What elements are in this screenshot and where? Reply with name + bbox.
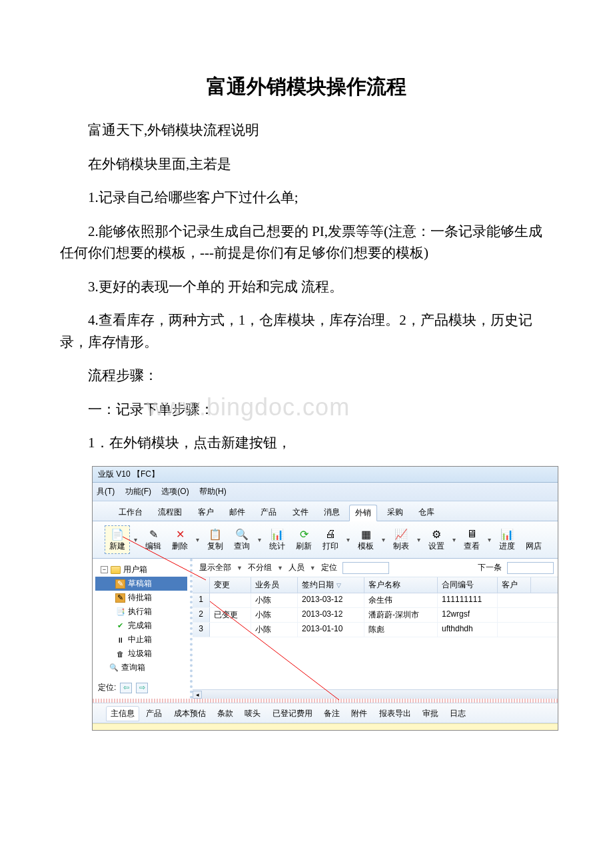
report-icon: 📈: [394, 527, 408, 541]
tree-item-complete[interactable]: ✔完成箱: [95, 619, 187, 633]
tree-root-userbox[interactable]: − 用户箱: [95, 563, 187, 577]
tree-item-label: 垃圾箱: [128, 648, 152, 659]
scroll-left-button[interactable]: ◂: [193, 691, 202, 699]
horizontal-scrollbar[interactable]: ◂: [193, 689, 558, 699]
cell-contractno: 111111111: [438, 593, 498, 607]
detail-tab-log[interactable]: 日志: [445, 706, 470, 721]
tab-warehouse[interactable]: 仓库: [412, 504, 440, 521]
tree-item-execute[interactable]: 📑执行箱: [95, 605, 187, 619]
refresh-button-label: 刷新: [296, 541, 312, 552]
refresh-button[interactable]: ⟳刷新: [292, 526, 316, 553]
detail-tab-fees[interactable]: 已登记费用: [268, 706, 317, 721]
template-icon: ▦: [359, 527, 372, 541]
dropdown-icon[interactable]: ▾: [195, 536, 201, 543]
new-button-label: 新建: [109, 541, 125, 552]
tree-item-pending[interactable]: ✎待批箱: [95, 591, 187, 605]
grid-header-client[interactable]: 客户: [498, 577, 531, 593]
refresh-icon: ⟳: [297, 527, 310, 541]
delete-icon: ✕: [173, 527, 187, 541]
table-row[interactable]: 2 已变更 小陈 2013-03-12 潘蔚蔚-深圳市 12wrgsf: [193, 608, 558, 623]
detail-tab-approve[interactable]: 审批: [418, 706, 443, 721]
tab-flowchart[interactable]: 流程图: [152, 504, 188, 521]
tab-workbench[interactable]: 工作台: [113, 504, 149, 521]
dropdown-icon[interactable]: ▾: [416, 536, 422, 543]
dropdown-icon[interactable]: ▼: [277, 565, 283, 571]
point-2: 2.能够依照那个记录生成自己想要的 PI,发票等等(注意：一条记录能够生成任何你…: [60, 221, 553, 264]
grid-header-change[interactable]: 变更: [210, 577, 251, 593]
tab-product[interactable]: 产品: [255, 504, 283, 521]
dropdown-icon[interactable]: ▾: [345, 536, 351, 543]
grid-header-contractno[interactable]: 合同编号: [438, 577, 498, 593]
new-button[interactable]: 📄新建: [105, 525, 130, 554]
detail-tab-notes[interactable]: 备注: [319, 706, 344, 721]
grid-header-signdate[interactable]: 签约日期▽: [298, 577, 364, 593]
report-button[interactable]: 📈制表: [389, 526, 413, 553]
detail-tab-product[interactable]: 产品: [141, 706, 167, 721]
tab-mail[interactable]: 邮件: [223, 504, 251, 521]
toolbar: 📄新建 ▾ ✎编辑 ✕删除 ▾ 📋复制 🔍查询 ▾ 📊统计 ⟳刷新 🖨打印 ▾ …: [93, 521, 558, 559]
query-button-label: 查询: [234, 541, 250, 552]
template-button[interactable]: ▦模板: [354, 526, 378, 553]
filter-showall[interactable]: 显示全部: [197, 561, 234, 574]
tree-item-trash[interactable]: 🗑垃圾箱: [95, 647, 187, 661]
tab-message[interactable]: 消息: [318, 504, 346, 521]
tab-file[interactable]: 文件: [287, 504, 314, 521]
print-button[interactable]: 🖨打印: [318, 526, 342, 553]
detail-tab-attach[interactable]: 附件: [346, 706, 372, 721]
pending-icon: ✎: [115, 593, 125, 603]
tab-export-sales[interactable]: 外销: [349, 505, 377, 521]
filter-next[interactable]: 下一条: [475, 561, 504, 574]
filter-staff[interactable]: 人员: [286, 561, 307, 574]
dropdown-icon[interactable]: ▾: [486, 536, 492, 543]
collapse-icon[interactable]: −: [101, 566, 108, 573]
detail-tab-export[interactable]: 报表导出: [374, 706, 416, 721]
stats-icon: 📊: [271, 527, 284, 541]
draft-icon: ✎: [115, 579, 125, 589]
query-button[interactable]: 🔍查询: [230, 526, 254, 553]
view-button[interactable]: 🖥查看: [460, 526, 484, 553]
settings-button[interactable]: ⚙设置: [424, 526, 448, 553]
webstore-button[interactable]: 网店: [522, 526, 546, 553]
menu-function[interactable]: 功能(F): [121, 485, 155, 499]
delete-button[interactable]: ✕删除: [168, 526, 192, 553]
tab-purchase[interactable]: 采购: [381, 504, 409, 521]
filter-nogroup[interactable]: 不分组: [245, 561, 275, 574]
locate-next-button[interactable]: ⇨: [136, 683, 148, 693]
steps-heading: 流程步骤：: [60, 365, 553, 387]
filter-locate-input[interactable]: [342, 562, 389, 574]
table-row[interactable]: 3 小陈 2013-01-10 陈彪 ufthdhdh: [193, 623, 558, 637]
detail-tab-cost[interactable]: 成本预估: [169, 706, 211, 721]
table-row[interactable]: 1 小陈 2013-03-12 余生伟 111111111: [193, 593, 558, 608]
detail-content-strip: [93, 723, 558, 730]
tab-customer[interactable]: 客户: [192, 504, 220, 521]
detail-tab-mark[interactable]: 唛头: [240, 706, 265, 721]
grid-header-salesperson[interactable]: 业务员: [251, 577, 298, 593]
intro-1: 富通天下,外销模块流程说明: [60, 119, 553, 141]
dropdown-icon[interactable]: ▼: [310, 565, 316, 571]
menu-tools[interactable]: 具(T): [93, 485, 119, 499]
edit-button[interactable]: ✎编辑: [141, 526, 165, 553]
filter-bar: 显示全部▼ 不分组▼ 人员▼ 定位 下一条: [193, 559, 558, 577]
menu-options[interactable]: 选项(O): [157, 485, 193, 499]
edit-icon: ✎: [147, 527, 160, 541]
tree-item-abort[interactable]: ⏸中止箱: [95, 633, 187, 647]
dropdown-icon[interactable]: ▾: [451, 536, 457, 543]
detail-tab-terms[interactable]: 条款: [213, 706, 238, 721]
progress-button[interactable]: 📊进度: [495, 526, 519, 553]
webstore-button-label: 网店: [526, 541, 542, 552]
tree-item-draft[interactable]: ✎草稿箱: [95, 577, 187, 591]
detail-tab-maininfo[interactable]: 主信息: [106, 706, 139, 721]
stats-button[interactable]: 📊统计: [265, 526, 289, 553]
dropdown-icon[interactable]: ▾: [257, 536, 263, 543]
menu-help[interactable]: 帮助(H): [195, 485, 231, 499]
dropdown-icon[interactable]: ▾: [133, 536, 139, 543]
locate-prev-button[interactable]: ⇦: [120, 683, 132, 693]
grid-header-customer[interactable]: 客户名称: [364, 577, 438, 593]
dropdown-icon[interactable]: ▼: [237, 565, 243, 571]
filter-locate[interactable]: 定位: [318, 561, 340, 574]
dropdown-icon[interactable]: ▾: [380, 536, 386, 543]
stats-button-label: 统计: [269, 541, 285, 552]
filter-next-input[interactable]: [507, 562, 554, 574]
copy-button[interactable]: 📋复制: [203, 526, 227, 553]
tree-item-search[interactable]: 🔍查询箱: [95, 661, 187, 675]
